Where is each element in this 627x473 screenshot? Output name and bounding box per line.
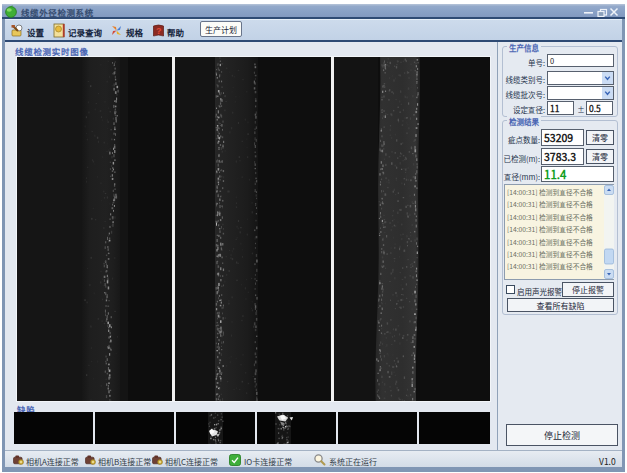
svg-text:?: ? <box>156 24 162 37</box>
